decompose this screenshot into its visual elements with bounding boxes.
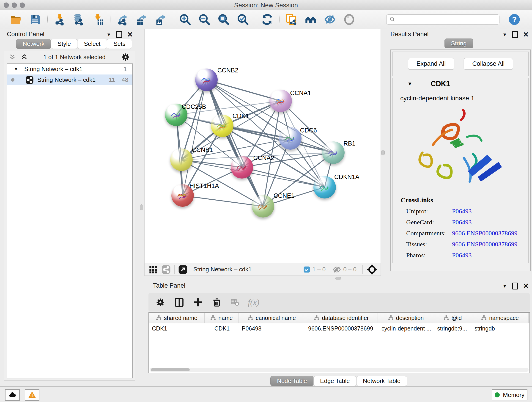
close-panel-icon[interactable]: ✕ xyxy=(127,32,133,37)
tab-sets[interactable]: Sets xyxy=(107,39,132,49)
save-session-icon[interactable] xyxy=(29,13,42,26)
open-session-icon[interactable] xyxy=(10,13,22,26)
birdseye-view-icon[interactable] xyxy=(149,265,158,274)
network-node-ccnb1[interactable] xyxy=(170,148,193,171)
table-cell[interactable]: CDK1 xyxy=(149,323,205,334)
column-header[interactable]: database identifier xyxy=(305,313,378,323)
warning-status-button[interactable] xyxy=(25,389,39,401)
column-header[interactable]: canonical name xyxy=(239,313,305,323)
table-cell[interactable]: P06493 xyxy=(239,323,305,334)
open-in-window-icon[interactable] xyxy=(178,265,187,274)
float-panel-icon[interactable] xyxy=(116,31,122,38)
network-node-cdc6[interactable] xyxy=(279,127,302,150)
fit-selected-crosshair-icon[interactable] xyxy=(367,264,377,275)
column-header[interactable]: description xyxy=(378,313,434,323)
right-splitter-handle[interactable] xyxy=(381,150,385,155)
table-row[interactable]: CDK1CDK1P064939606.ENSP00000378699cyclin… xyxy=(149,323,530,334)
expand-all-button[interactable]: Expand All xyxy=(408,58,454,70)
expand-all-icon[interactable] xyxy=(20,54,28,61)
scrollbar-thumb[interactable] xyxy=(151,368,190,371)
protein-thumbnail xyxy=(317,181,332,194)
panel-menu-icon[interactable]: ▼ xyxy=(502,32,507,37)
result-entry-header[interactable]: ▼ CDK1 xyxy=(393,78,528,90)
node-label: CDC25B xyxy=(182,103,206,110)
collection-expand-icon[interactable]: ▼ xyxy=(14,66,18,72)
help-button[interactable]: ? xyxy=(508,13,520,26)
crosslink-link[interactable]: P06493 xyxy=(452,219,472,226)
table-cell[interactable]: CDK1 xyxy=(205,323,239,334)
memory-button[interactable]: Memory xyxy=(492,389,527,400)
network-overview-icon[interactable] xyxy=(304,13,317,26)
export-image-icon[interactable] xyxy=(154,13,167,26)
crosslink-link[interactable]: P06493 xyxy=(452,252,472,259)
table-cell[interactable]: cyclin-dependent ... xyxy=(378,323,434,334)
hide-panels-icon[interactable] xyxy=(323,13,336,26)
tab-string[interactable]: String xyxy=(444,38,473,48)
create-column-icon[interactable] xyxy=(193,297,203,307)
float-panel-icon[interactable] xyxy=(512,283,518,289)
crosslink-row: Tissues:9606.ENSP00000378699 xyxy=(401,241,527,248)
entry-collapse-icon[interactable]: ▼ xyxy=(407,81,412,87)
zoom-out-icon[interactable] xyxy=(198,13,211,26)
crosslink-link[interactable]: P06493 xyxy=(452,208,472,215)
network-view-canvas[interactable]: CCNB2CCNA1CDC25BCDK1CDC6RB1CCNB1CCNA2CDK… xyxy=(144,29,381,263)
cloud-status-button[interactable] xyxy=(5,389,20,401)
close-panel-icon[interactable]: ✕ xyxy=(523,283,529,289)
zoom-selected-icon[interactable] xyxy=(236,13,249,26)
network-node-ccna2[interactable] xyxy=(231,156,253,179)
table-cell[interactable]: stringdb:9... xyxy=(434,323,471,334)
node-label: CCNE1 xyxy=(273,192,295,199)
horizontal-splitter-handle[interactable] xyxy=(336,277,341,280)
tab-select[interactable]: Select xyxy=(77,39,107,49)
close-panel-icon[interactable]: ✕ xyxy=(523,32,529,37)
selected-checkbox-icon[interactable] xyxy=(303,266,310,273)
import-database-icon[interactable] xyxy=(72,13,85,26)
tab-network[interactable]: Network xyxy=(16,39,51,49)
export-network-icon[interactable] xyxy=(116,13,129,26)
table-cell[interactable]: 9606.ENSP00000378699 xyxy=(305,323,378,334)
crosslink-label: Uniprot: xyxy=(406,208,452,215)
crosslink-link[interactable]: 9606.ENSP00000378699 xyxy=(452,241,517,248)
float-panel-icon[interactable] xyxy=(512,31,518,38)
column-header[interactable]: namespace xyxy=(471,313,529,323)
column-header[interactable]: shared name xyxy=(149,313,205,323)
left-splitter-handle[interactable] xyxy=(140,204,143,210)
collapse-all-icon[interactable] xyxy=(8,54,16,61)
refresh-layout-icon[interactable] xyxy=(261,13,273,26)
network-node-ccna1[interactable] xyxy=(269,89,292,112)
export-table-icon[interactable] xyxy=(135,13,148,26)
network-node-cdk1[interactable] xyxy=(211,115,234,137)
network-node-ccne1[interactable] xyxy=(252,195,274,217)
tab-node-table[interactable]: Node Table xyxy=(270,376,314,386)
selected-node-edge-counts: 1 – 0 xyxy=(312,266,326,273)
tab-edge-table[interactable]: Edge Table xyxy=(313,376,356,386)
show-columns-icon[interactable] xyxy=(174,297,184,307)
network-node-rb1[interactable] xyxy=(322,141,345,164)
network-node-ccnb2[interactable] xyxy=(195,69,218,91)
column-header[interactable]: @id xyxy=(434,313,471,323)
show-panels-icon[interactable] xyxy=(343,13,355,26)
table-horizontal-scrollbar[interactable] xyxy=(150,368,529,372)
crosslink-link[interactable]: 9606.ENSP00000378699 xyxy=(452,230,517,237)
panel-menu-icon[interactable]: ▼ xyxy=(502,283,507,289)
zoom-fit-icon[interactable] xyxy=(217,13,230,26)
column-header[interactable]: name xyxy=(205,313,239,323)
network-node-cdkn1a[interactable] xyxy=(313,176,336,198)
network-options-gear-icon[interactable] xyxy=(121,52,130,62)
import-network-icon[interactable] xyxy=(53,13,66,26)
panel-menu-icon[interactable]: ▼ xyxy=(107,32,111,37)
table-options-gear-icon[interactable] xyxy=(155,297,165,307)
zoom-in-icon[interactable] xyxy=(179,13,191,26)
results-panel: Results Panel ▼ ✕ String Expand All Coll… xyxy=(385,29,532,276)
string-badge-gray-icon[interactable] xyxy=(162,265,171,274)
import-table-icon[interactable] xyxy=(92,13,104,26)
tab-network-table[interactable]: Network Table xyxy=(356,376,407,386)
search-input[interactable] xyxy=(386,14,500,25)
tab-style[interactable]: Style xyxy=(51,39,77,49)
collapse-all-button[interactable]: Collapse All xyxy=(464,58,513,70)
share-document-icon[interactable] xyxy=(285,13,298,26)
network-collection-row[interactable]: ▼ String Network – cdk1 1 xyxy=(7,64,133,75)
network-row-selected[interactable]: String Network – cdk1 11 48 xyxy=(7,75,133,85)
delete-column-icon[interactable] xyxy=(212,297,222,307)
table-cell[interactable]: stringdb xyxy=(471,323,529,334)
